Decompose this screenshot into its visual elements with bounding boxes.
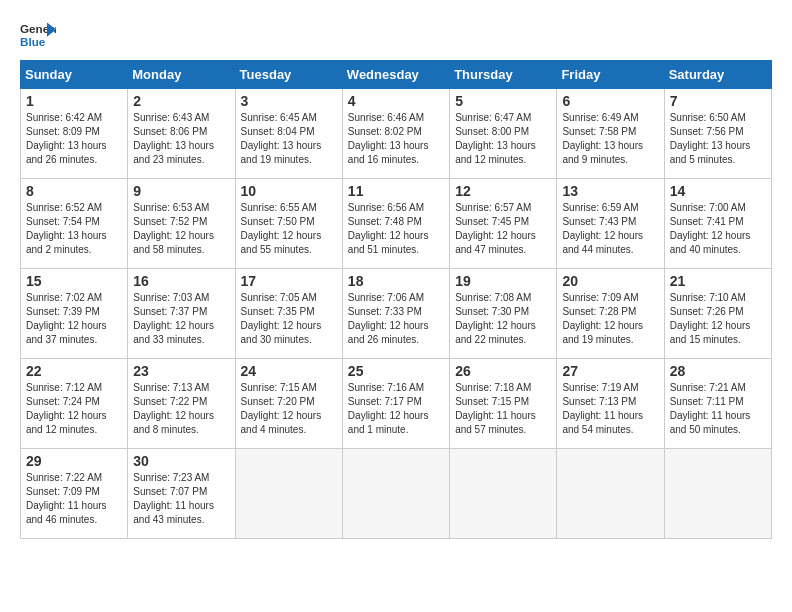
day-cell-5: 5Sunrise: 6:47 AMSunset: 8:00 PMDaylight… — [450, 89, 557, 179]
day-info: Sunrise: 6:45 AMSunset: 8:04 PMDaylight:… — [241, 111, 337, 167]
day-number: 25 — [348, 363, 444, 379]
day-cell-3: 3Sunrise: 6:45 AMSunset: 8:04 PMDaylight… — [235, 89, 342, 179]
day-info: Sunrise: 6:52 AMSunset: 7:54 PMDaylight:… — [26, 201, 122, 257]
empty-cell — [450, 449, 557, 539]
day-info: Sunrise: 6:57 AMSunset: 7:45 PMDaylight:… — [455, 201, 551, 257]
day-info: Sunrise: 7:06 AMSunset: 7:33 PMDaylight:… — [348, 291, 444, 347]
day-number: 17 — [241, 273, 337, 289]
day-info: Sunrise: 7:12 AMSunset: 7:24 PMDaylight:… — [26, 381, 122, 437]
day-cell-19: 19Sunrise: 7:08 AMSunset: 7:30 PMDayligh… — [450, 269, 557, 359]
day-number: 27 — [562, 363, 658, 379]
day-number: 16 — [133, 273, 229, 289]
day-info: Sunrise: 7:02 AMSunset: 7:39 PMDaylight:… — [26, 291, 122, 347]
day-cell-16: 16Sunrise: 7:03 AMSunset: 7:37 PMDayligh… — [128, 269, 235, 359]
column-header-thursday: Thursday — [450, 61, 557, 89]
day-cell-14: 14Sunrise: 7:00 AMSunset: 7:41 PMDayligh… — [664, 179, 771, 269]
day-info: Sunrise: 6:43 AMSunset: 8:06 PMDaylight:… — [133, 111, 229, 167]
day-number: 3 — [241, 93, 337, 109]
day-cell-9: 9Sunrise: 6:53 AMSunset: 7:52 PMDaylight… — [128, 179, 235, 269]
day-cell-6: 6Sunrise: 6:49 AMSunset: 7:58 PMDaylight… — [557, 89, 664, 179]
day-info: Sunrise: 6:55 AMSunset: 7:50 PMDaylight:… — [241, 201, 337, 257]
empty-cell — [664, 449, 771, 539]
day-number: 9 — [133, 183, 229, 199]
empty-cell — [235, 449, 342, 539]
day-info: Sunrise: 6:59 AMSunset: 7:43 PMDaylight:… — [562, 201, 658, 257]
day-number: 1 — [26, 93, 122, 109]
day-cell-23: 23Sunrise: 7:13 AMSunset: 7:22 PMDayligh… — [128, 359, 235, 449]
day-info: Sunrise: 6:49 AMSunset: 7:58 PMDaylight:… — [562, 111, 658, 167]
day-cell-2: 2Sunrise: 6:43 AMSunset: 8:06 PMDaylight… — [128, 89, 235, 179]
column-header-wednesday: Wednesday — [342, 61, 449, 89]
day-number: 26 — [455, 363, 551, 379]
day-number: 5 — [455, 93, 551, 109]
day-cell-10: 10Sunrise: 6:55 AMSunset: 7:50 PMDayligh… — [235, 179, 342, 269]
column-header-saturday: Saturday — [664, 61, 771, 89]
day-info: Sunrise: 6:46 AMSunset: 8:02 PMDaylight:… — [348, 111, 444, 167]
day-number: 7 — [670, 93, 766, 109]
day-info: Sunrise: 7:19 AMSunset: 7:13 PMDaylight:… — [562, 381, 658, 437]
empty-cell — [342, 449, 449, 539]
day-cell-7: 7Sunrise: 6:50 AMSunset: 7:56 PMDaylight… — [664, 89, 771, 179]
calendar-table: SundayMondayTuesdayWednesdayThursdayFrid… — [20, 60, 772, 539]
day-number: 18 — [348, 273, 444, 289]
day-info: Sunrise: 7:03 AMSunset: 7:37 PMDaylight:… — [133, 291, 229, 347]
day-number: 23 — [133, 363, 229, 379]
day-cell-1: 1Sunrise: 6:42 AMSunset: 8:09 PMDaylight… — [21, 89, 128, 179]
day-number: 22 — [26, 363, 122, 379]
day-cell-26: 26Sunrise: 7:18 AMSunset: 7:15 PMDayligh… — [450, 359, 557, 449]
day-number: 11 — [348, 183, 444, 199]
day-info: Sunrise: 7:05 AMSunset: 7:35 PMDaylight:… — [241, 291, 337, 347]
day-cell-22: 22Sunrise: 7:12 AMSunset: 7:24 PMDayligh… — [21, 359, 128, 449]
day-number: 12 — [455, 183, 551, 199]
day-number: 24 — [241, 363, 337, 379]
empty-cell — [557, 449, 664, 539]
day-number: 30 — [133, 453, 229, 469]
day-number: 4 — [348, 93, 444, 109]
day-cell-4: 4Sunrise: 6:46 AMSunset: 8:02 PMDaylight… — [342, 89, 449, 179]
day-cell-17: 17Sunrise: 7:05 AMSunset: 7:35 PMDayligh… — [235, 269, 342, 359]
day-info: Sunrise: 6:56 AMSunset: 7:48 PMDaylight:… — [348, 201, 444, 257]
column-header-monday: Monday — [128, 61, 235, 89]
day-cell-29: 29Sunrise: 7:22 AMSunset: 7:09 PMDayligh… — [21, 449, 128, 539]
day-info: Sunrise: 7:21 AMSunset: 7:11 PMDaylight:… — [670, 381, 766, 437]
day-number: 14 — [670, 183, 766, 199]
day-info: Sunrise: 7:00 AMSunset: 7:41 PMDaylight:… — [670, 201, 766, 257]
day-cell-25: 25Sunrise: 7:16 AMSunset: 7:17 PMDayligh… — [342, 359, 449, 449]
day-info: Sunrise: 7:23 AMSunset: 7:07 PMDaylight:… — [133, 471, 229, 527]
day-cell-8: 8Sunrise: 6:52 AMSunset: 7:54 PMDaylight… — [21, 179, 128, 269]
day-info: Sunrise: 6:42 AMSunset: 8:09 PMDaylight:… — [26, 111, 122, 167]
day-info: Sunrise: 6:50 AMSunset: 7:56 PMDaylight:… — [670, 111, 766, 167]
day-info: Sunrise: 7:10 AMSunset: 7:26 PMDaylight:… — [670, 291, 766, 347]
day-number: 13 — [562, 183, 658, 199]
day-number: 2 — [133, 93, 229, 109]
day-cell-18: 18Sunrise: 7:06 AMSunset: 7:33 PMDayligh… — [342, 269, 449, 359]
day-info: Sunrise: 7:09 AMSunset: 7:28 PMDaylight:… — [562, 291, 658, 347]
day-info: Sunrise: 7:08 AMSunset: 7:30 PMDaylight:… — [455, 291, 551, 347]
day-cell-28: 28Sunrise: 7:21 AMSunset: 7:11 PMDayligh… — [664, 359, 771, 449]
day-cell-27: 27Sunrise: 7:19 AMSunset: 7:13 PMDayligh… — [557, 359, 664, 449]
day-info: Sunrise: 7:13 AMSunset: 7:22 PMDaylight:… — [133, 381, 229, 437]
column-header-tuesday: Tuesday — [235, 61, 342, 89]
day-cell-20: 20Sunrise: 7:09 AMSunset: 7:28 PMDayligh… — [557, 269, 664, 359]
day-cell-15: 15Sunrise: 7:02 AMSunset: 7:39 PMDayligh… — [21, 269, 128, 359]
column-header-sunday: Sunday — [21, 61, 128, 89]
day-number: 8 — [26, 183, 122, 199]
day-number: 6 — [562, 93, 658, 109]
day-info: Sunrise: 6:53 AMSunset: 7:52 PMDaylight:… — [133, 201, 229, 257]
day-info: Sunrise: 7:18 AMSunset: 7:15 PMDaylight:… — [455, 381, 551, 437]
day-number: 21 — [670, 273, 766, 289]
day-info: Sunrise: 7:16 AMSunset: 7:17 PMDaylight:… — [348, 381, 444, 437]
logo: General Blue — [20, 20, 56, 50]
day-info: Sunrise: 6:47 AMSunset: 8:00 PMDaylight:… — [455, 111, 551, 167]
day-number: 20 — [562, 273, 658, 289]
day-info: Sunrise: 7:22 AMSunset: 7:09 PMDaylight:… — [26, 471, 122, 527]
column-header-friday: Friday — [557, 61, 664, 89]
day-number: 28 — [670, 363, 766, 379]
day-cell-30: 30Sunrise: 7:23 AMSunset: 7:07 PMDayligh… — [128, 449, 235, 539]
day-number: 10 — [241, 183, 337, 199]
day-cell-12: 12Sunrise: 6:57 AMSunset: 7:45 PMDayligh… — [450, 179, 557, 269]
day-info: Sunrise: 7:15 AMSunset: 7:20 PMDaylight:… — [241, 381, 337, 437]
day-cell-13: 13Sunrise: 6:59 AMSunset: 7:43 PMDayligh… — [557, 179, 664, 269]
day-cell-21: 21Sunrise: 7:10 AMSunset: 7:26 PMDayligh… — [664, 269, 771, 359]
day-number: 29 — [26, 453, 122, 469]
